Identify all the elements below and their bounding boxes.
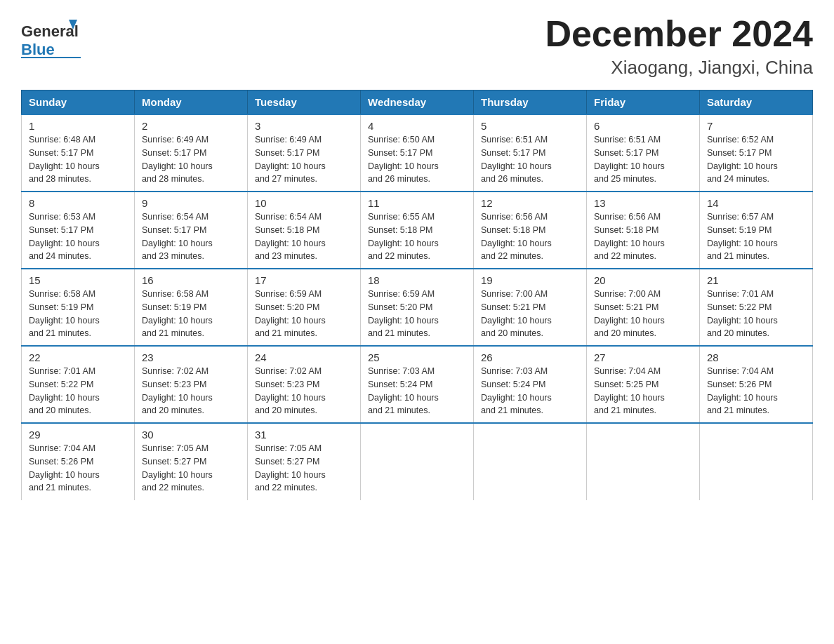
- day-number: 18: [368, 274, 466, 286]
- day-cell: 15 Sunrise: 6:58 AMSunset: 5:19 PMDaylig…: [22, 269, 135, 346]
- logo-svg: General Blue: [21, 14, 84, 63]
- day-number: 26: [481, 351, 579, 363]
- header-monday: Monday: [135, 90, 248, 115]
- header-friday: Friday: [587, 90, 700, 115]
- day-number: 7: [707, 120, 805, 132]
- day-info: Sunrise: 7:03 AMSunset: 5:24 PMDaylight:…: [368, 365, 466, 417]
- day-cell: 18 Sunrise: 6:59 AMSunset: 5:20 PMDaylig…: [361, 269, 474, 346]
- day-cell: 14 Sunrise: 6:57 AMSunset: 5:19 PMDaylig…: [700, 192, 813, 269]
- day-info: Sunrise: 6:51 AMSunset: 5:17 PMDaylight:…: [481, 133, 579, 186]
- day-number: 23: [142, 351, 240, 363]
- day-cell: 9 Sunrise: 6:54 AMSunset: 5:17 PMDayligh…: [135, 192, 248, 269]
- day-number: 20: [594, 274, 692, 286]
- week-row-5: 29 Sunrise: 7:04 AMSunset: 5:26 PMDaylig…: [22, 423, 813, 500]
- calendar-table: SundayMondayTuesdayWednesdayThursdayFrid…: [21, 90, 813, 500]
- day-info: Sunrise: 6:52 AMSunset: 5:17 PMDaylight:…: [707, 133, 805, 186]
- day-number: 25: [368, 351, 466, 363]
- day-cell: 7 Sunrise: 6:52 AMSunset: 5:17 PMDayligh…: [700, 114, 813, 192]
- day-info: Sunrise: 6:59 AMSunset: 5:20 PMDaylight:…: [255, 288, 353, 340]
- day-info: Sunrise: 6:57 AMSunset: 5:19 PMDaylight:…: [707, 210, 805, 263]
- day-cell: 25 Sunrise: 7:03 AMSunset: 5:24 PMDaylig…: [361, 346, 474, 423]
- week-row-2: 8 Sunrise: 6:53 AMSunset: 5:17 PMDayligh…: [22, 192, 813, 269]
- day-info: Sunrise: 7:02 AMSunset: 5:23 PMDaylight:…: [255, 365, 353, 417]
- day-info: Sunrise: 6:54 AMSunset: 5:18 PMDaylight:…: [255, 210, 353, 263]
- day-cell: 27 Sunrise: 7:04 AMSunset: 5:25 PMDaylig…: [587, 346, 700, 423]
- day-info: Sunrise: 6:58 AMSunset: 5:19 PMDaylight:…: [29, 288, 127, 340]
- day-number: 5: [481, 120, 579, 132]
- day-info: Sunrise: 7:00 AMSunset: 5:21 PMDaylight:…: [481, 288, 579, 340]
- day-cell: 4 Sunrise: 6:50 AMSunset: 5:17 PMDayligh…: [361, 114, 474, 192]
- logo: General Blue: [21, 14, 84, 63]
- day-number: 3: [255, 120, 353, 132]
- day-cell: 10 Sunrise: 6:54 AMSunset: 5:18 PMDaylig…: [248, 192, 361, 269]
- day-cell: 26 Sunrise: 7:03 AMSunset: 5:24 PMDaylig…: [474, 346, 587, 423]
- day-cell: 16 Sunrise: 6:58 AMSunset: 5:19 PMDaylig…: [135, 269, 248, 346]
- day-number: 14: [707, 197, 805, 209]
- day-cell: 28 Sunrise: 7:04 AMSunset: 5:26 PMDaylig…: [700, 346, 813, 423]
- day-info: Sunrise: 7:00 AMSunset: 5:21 PMDaylight:…: [594, 288, 692, 340]
- day-number: 13: [594, 197, 692, 209]
- day-number: 11: [368, 197, 466, 209]
- day-number: 4: [368, 120, 466, 132]
- title-block: December 2024 Xiaogang, Jiangxi, China: [545, 14, 813, 79]
- header-thursday: Thursday: [474, 90, 587, 115]
- day-info: Sunrise: 7:02 AMSunset: 5:23 PMDaylight:…: [142, 365, 240, 417]
- calendar-subtitle: Xiaogang, Jiangxi, China: [545, 57, 813, 79]
- day-number: 21: [707, 274, 805, 286]
- day-info: Sunrise: 6:56 AMSunset: 5:18 PMDaylight:…: [594, 210, 692, 263]
- svg-text:General: General: [21, 22, 79, 40]
- day-cell: 11 Sunrise: 6:55 AMSunset: 5:18 PMDaylig…: [361, 192, 474, 269]
- day-number: 28: [707, 351, 805, 363]
- day-cell: 12 Sunrise: 6:56 AMSunset: 5:18 PMDaylig…: [474, 192, 587, 269]
- header-sunday: Sunday: [22, 90, 135, 115]
- day-cell: 23 Sunrise: 7:02 AMSunset: 5:23 PMDaylig…: [135, 346, 248, 423]
- day-number: 24: [255, 351, 353, 363]
- day-cell: 20 Sunrise: 7:00 AMSunset: 5:21 PMDaylig…: [587, 269, 700, 346]
- day-cell: 30 Sunrise: 7:05 AMSunset: 5:27 PMDaylig…: [135, 423, 248, 500]
- day-number: 15: [29, 274, 127, 286]
- day-info: Sunrise: 7:04 AMSunset: 5:25 PMDaylight:…: [594, 365, 692, 417]
- day-number: 22: [29, 351, 127, 363]
- calendar-header-row: SundayMondayTuesdayWednesdayThursdayFrid…: [22, 90, 813, 115]
- day-info: Sunrise: 6:54 AMSunset: 5:17 PMDaylight:…: [142, 210, 240, 263]
- day-cell: [700, 423, 813, 500]
- day-cell: [474, 423, 587, 500]
- week-row-4: 22 Sunrise: 7:01 AMSunset: 5:22 PMDaylig…: [22, 346, 813, 423]
- day-number: 16: [142, 274, 240, 286]
- day-number: 17: [255, 274, 353, 286]
- day-cell: 21 Sunrise: 7:01 AMSunset: 5:22 PMDaylig…: [700, 269, 813, 346]
- day-info: Sunrise: 7:01 AMSunset: 5:22 PMDaylight:…: [29, 365, 127, 417]
- day-cell: 2 Sunrise: 6:49 AMSunset: 5:17 PMDayligh…: [135, 114, 248, 192]
- day-info: Sunrise: 6:51 AMSunset: 5:17 PMDaylight:…: [594, 133, 692, 186]
- day-cell: 22 Sunrise: 7:01 AMSunset: 5:22 PMDaylig…: [22, 346, 135, 423]
- day-info: Sunrise: 6:58 AMSunset: 5:19 PMDaylight:…: [142, 288, 240, 340]
- day-info: Sunrise: 6:49 AMSunset: 5:17 PMDaylight:…: [255, 133, 353, 186]
- header-tuesday: Tuesday: [248, 90, 361, 115]
- header-wednesday: Wednesday: [361, 90, 474, 115]
- day-info: Sunrise: 6:56 AMSunset: 5:18 PMDaylight:…: [481, 210, 579, 263]
- day-number: 12: [481, 197, 579, 209]
- day-cell: 29 Sunrise: 7:04 AMSunset: 5:26 PMDaylig…: [22, 423, 135, 500]
- day-info: Sunrise: 6:59 AMSunset: 5:20 PMDaylight:…: [368, 288, 466, 340]
- day-cell: 1 Sunrise: 6:48 AMSunset: 5:17 PMDayligh…: [22, 114, 135, 192]
- day-cell: 19 Sunrise: 7:00 AMSunset: 5:21 PMDaylig…: [474, 269, 587, 346]
- day-info: Sunrise: 6:49 AMSunset: 5:17 PMDaylight:…: [142, 133, 240, 186]
- day-number: 27: [594, 351, 692, 363]
- day-cell: [587, 423, 700, 500]
- day-info: Sunrise: 6:55 AMSunset: 5:18 PMDaylight:…: [368, 210, 466, 263]
- day-cell: 5 Sunrise: 6:51 AMSunset: 5:17 PMDayligh…: [474, 114, 587, 192]
- day-cell: 24 Sunrise: 7:02 AMSunset: 5:23 PMDaylig…: [248, 346, 361, 423]
- day-number: 30: [142, 429, 240, 441]
- day-number: 10: [255, 197, 353, 209]
- day-cell: 8 Sunrise: 6:53 AMSunset: 5:17 PMDayligh…: [22, 192, 135, 269]
- day-cell: 6 Sunrise: 6:51 AMSunset: 5:17 PMDayligh…: [587, 114, 700, 192]
- day-number: 8: [29, 197, 127, 209]
- day-number: 31: [255, 429, 353, 441]
- day-cell: 3 Sunrise: 6:49 AMSunset: 5:17 PMDayligh…: [248, 114, 361, 192]
- day-number: 2: [142, 120, 240, 132]
- day-number: 6: [594, 120, 692, 132]
- week-row-1: 1 Sunrise: 6:48 AMSunset: 5:17 PMDayligh…: [22, 114, 813, 192]
- header-saturday: Saturday: [700, 90, 813, 115]
- day-number: 29: [29, 429, 127, 441]
- calendar-title: December 2024: [545, 14, 813, 54]
